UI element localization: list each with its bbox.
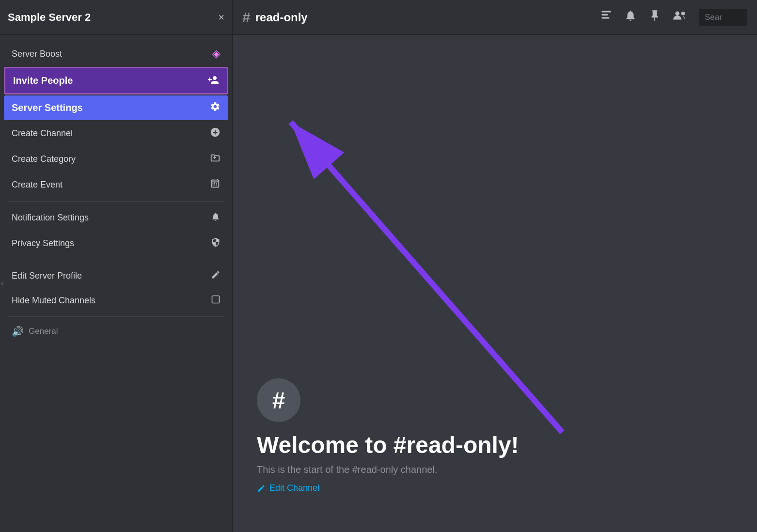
menu-item-server-settings[interactable]: Server Settings [4,95,228,120]
header-icons: Sear [600,9,757,26]
bell-icon[interactable] [624,9,637,25]
svg-rect-2 [601,17,609,18]
menu-item-privacy-settings[interactable]: Privacy Settings [4,231,228,256]
svg-point-4 [681,12,685,16]
search-placeholder: Sear [705,13,722,22]
sidebar: ‹ Server Boost ◈ Invite People Server Se… [0,35,233,532]
create-event-label: Create Event [12,180,210,190]
edit-channel-label: Edit Channel [269,483,319,493]
scroll-indicator: ‹ [1,279,3,288]
create-event-icon [210,178,221,191]
search-box[interactable]: Sear [699,9,747,26]
hide-muted-channels-label: Hide Muted Channels [12,296,211,306]
svg-point-3 [675,11,679,16]
menu-item-notification-settings[interactable]: Notification Settings [4,205,228,230]
invite-people-icon [207,74,219,87]
menu-item-create-channel[interactable]: Create Channel [4,121,228,146]
create-category-icon [210,153,221,166]
close-button[interactable]: × [218,11,224,24]
server-boost-label: Server Boost [12,49,212,59]
main-content: ‹ Server Boost ◈ Invite People Server Se… [0,35,757,532]
divider-2 [8,260,224,260]
top-bar: Sample Server 2 × # read-only [0,0,757,35]
channel-general-label: General [29,327,58,336]
create-channel-label: Create Channel [12,128,210,139]
privacy-settings-label: Privacy Settings [12,238,211,249]
menu-item-server-boost[interactable]: Server Boost ◈ [4,42,228,66]
welcome-section: # Welcome to #read-only! This is the sta… [257,378,519,493]
hide-muted-channels-icon [211,295,221,307]
channel-general-icon: 🔊 [12,326,24,337]
pin-icon[interactable] [648,9,661,25]
privacy-settings-icon [211,237,221,250]
svg-rect-1 [601,14,608,16]
menu-item-create-category[interactable]: Create Category [4,147,228,172]
welcome-title: Welcome to #read-only! [257,432,519,458]
invite-people-label: Invite People [13,75,207,86]
server-boost-icon: ◈ [212,47,221,60]
server-settings-icon [210,101,221,114]
svg-rect-5 [215,183,216,183]
menu-item-invite-people[interactable]: Invite People [4,67,228,94]
notification-settings-icon [211,211,221,224]
threads-icon[interactable] [600,9,613,25]
menu-item-create-event[interactable]: Create Event [4,172,228,197]
channel-name: read-only [255,11,308,24]
menu-item-hide-muted-channels[interactable]: Hide Muted Channels [4,289,228,313]
notification-settings-label: Notification Settings [12,213,211,223]
members-icon[interactable] [673,9,687,25]
chat-area: # Welcome to #read-only! This is the sta… [233,35,757,532]
divider-1 [8,201,224,202]
server-title-area: Sample Server 2 × [0,0,233,34]
edit-server-profile-label: Edit Server Profile [12,271,211,281]
welcome-hash-circle: # [257,378,300,422]
welcome-description: This is the start of the #read-only chan… [257,464,519,475]
channel-hash-icon: # [242,9,251,26]
menu-item-edit-server-profile[interactable]: Edit Server Profile [4,264,228,288]
divider-3 [8,316,224,317]
channel-header: # read-only [233,0,600,34]
svg-rect-0 [601,11,611,12]
create-category-label: Create Category [12,154,210,164]
edit-server-profile-icon [211,270,221,282]
welcome-hash-symbol: # [272,387,285,414]
svg-rect-6 [212,296,220,303]
create-channel-icon [210,127,221,140]
server-settings-label: Server Settings [12,102,210,113]
channel-general[interactable]: 🔊 General [4,321,228,342]
edit-channel-link[interactable]: Edit Channel [257,483,519,493]
server-title: Sample Server 2 [8,11,91,24]
